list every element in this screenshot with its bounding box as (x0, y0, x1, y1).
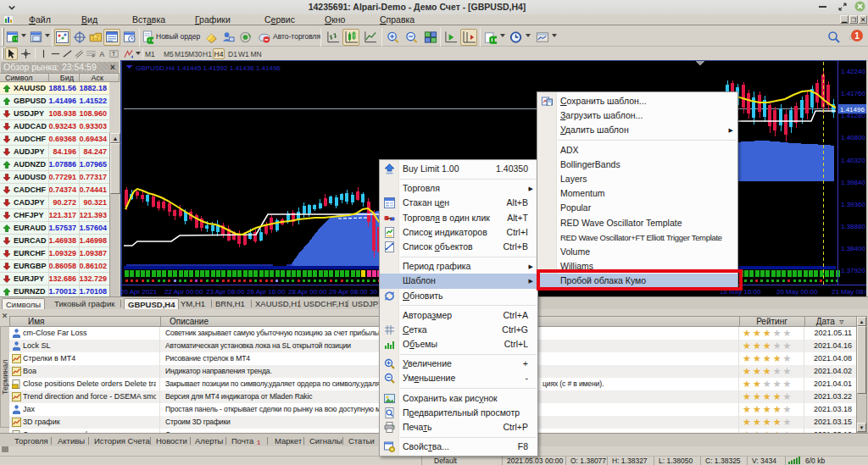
svg-text:1.38880: 1.38880 (841, 223, 865, 230)
svg-text:29 Apr 08:00: 29 Apr 08:00 (329, 288, 368, 296)
svg-text:28 Apr 00:00: 28 Apr 00:00 (288, 288, 327, 296)
svg-text:1.38400: 1.38400 (841, 245, 865, 252)
svg-text:20 May 00:00: 20 May 00:00 (776, 288, 818, 296)
svg-text:1.40320: 1.40320 (841, 157, 865, 164)
svg-text:1.41496: 1.41496 (840, 106, 865, 113)
svg-text:22 Apr 00:00: 22 Apr 00:00 (164, 288, 203, 296)
svg-text:1: 1 (854, 31, 860, 41)
svg-text:A: A (100, 50, 105, 58)
svg-text:1.40800: 1.40800 (841, 134, 865, 141)
svg-text:F: F (92, 53, 95, 58)
svg-text:1.39360: 1.39360 (841, 201, 865, 208)
svg-text:1.42240: 1.42240 (841, 68, 865, 75)
svg-text:1.37920: 1.37920 (841, 267, 865, 274)
svg-text:26 Apr 16:00: 26 Apr 16:00 (247, 288, 286, 296)
svg-text:23 Apr 08:00: 23 Apr 08:00 (206, 288, 245, 296)
svg-text:20 Apr 2021: 20 Apr 2021 (120, 288, 158, 296)
svg-text:21 May 08:00: 21 May 08:00 (832, 288, 866, 296)
svg-text:1.39840: 1.39840 (841, 179, 865, 186)
svg-text:1.41760: 1.41760 (841, 90, 865, 97)
svg-text:T: T (112, 51, 115, 57)
svg-text:GBPUSD,H4 1.41445 1.41592 1.4: GBPUSD,H4 1.41445 1.41592 1.41436 1.4149… (136, 64, 281, 72)
